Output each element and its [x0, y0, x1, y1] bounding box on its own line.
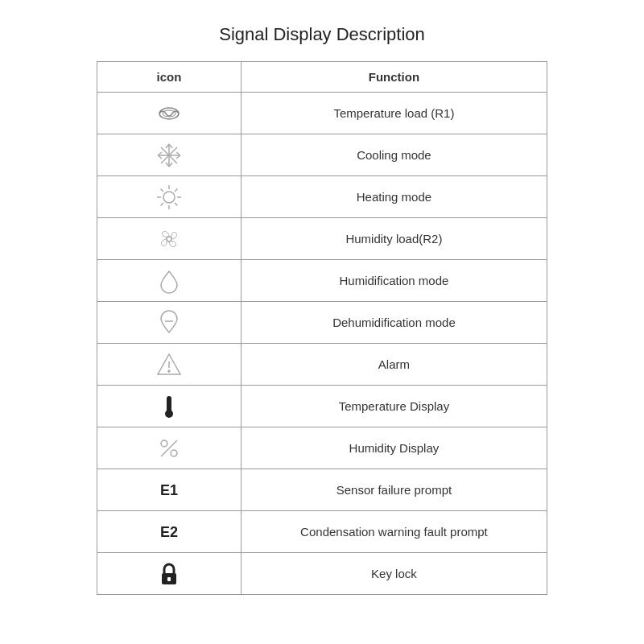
svg-point-31: [161, 440, 167, 447]
table-row: Heating mode: [97, 176, 547, 218]
table-row: Temperature load (R1): [97, 93, 547, 134]
table-row: E2 Condensation warning fault prompt: [97, 511, 547, 553]
table-row: Humidity load(R2): [97, 218, 547, 260]
page-title: Signal Display Description: [219, 24, 425, 45]
alarm-icon: [97, 344, 242, 386]
svg-line-22: [160, 203, 163, 206]
function-label: Temperature load (R1): [241, 93, 547, 134]
function-label: Alarm: [241, 344, 547, 386]
humidity-display-icon: [97, 427, 242, 469]
svg-line-21: [175, 188, 178, 192]
function-label: Cooling mode: [241, 134, 547, 176]
svg-line-19: [160, 188, 163, 192]
temperature-load-icon: [97, 93, 242, 134]
svg-line-20: [175, 203, 178, 206]
function-label: Temperature Display: [241, 386, 547, 427]
function-label: Dehumidification mode: [241, 302, 547, 344]
table-row: Dehumidification mode: [97, 302, 547, 344]
signal-display-table: icon Function Temperature load (R1) Cool…: [97, 61, 547, 595]
function-label: Heating mode: [241, 176, 547, 218]
svg-point-23: [167, 237, 171, 242]
col2-header: Function: [241, 62, 547, 93]
function-label: Condensation warning fault prompt: [241, 511, 547, 553]
svg-text:E2: E2: [160, 524, 178, 540]
table-row: Humidity Display: [97, 427, 547, 469]
function-label: Humidity Display: [241, 427, 547, 469]
sensor-failure-icon: E1: [97, 469, 242, 511]
cooling-mode-icon: [97, 134, 242, 176]
svg-point-32: [171, 450, 177, 456]
function-label: Key lock: [241, 553, 547, 595]
table-row: Temperature Display: [97, 386, 547, 427]
function-label: Sensor failure prompt: [241, 469, 547, 511]
condensation-warning-icon: E2: [97, 511, 242, 553]
dehumidification-mode-icon: [97, 302, 242, 344]
heating-mode-icon: [97, 176, 242, 218]
table-row: Alarm: [97, 344, 547, 386]
table-row: E1 Sensor failure prompt: [97, 469, 547, 511]
function-label: Humidity load(R2): [241, 218, 547, 260]
svg-point-27: [168, 370, 170, 372]
svg-rect-37: [167, 577, 171, 581]
key-lock-icon: [97, 553, 242, 595]
svg-rect-30: [167, 407, 171, 415]
table-row: Humidification mode: [97, 260, 547, 302]
svg-line-33: [161, 440, 177, 456]
humidity-load-icon: [97, 218, 242, 260]
col1-header: icon: [97, 62, 242, 93]
humidification-mode-icon: [97, 260, 242, 302]
table-row: Cooling mode: [97, 134, 547, 176]
svg-text:E1: E1: [160, 482, 178, 498]
svg-point-14: [163, 192, 175, 203]
function-label: Humidification mode: [241, 260, 547, 302]
temperature-display-icon: [97, 386, 242, 427]
table-row: Key lock: [97, 553, 547, 595]
